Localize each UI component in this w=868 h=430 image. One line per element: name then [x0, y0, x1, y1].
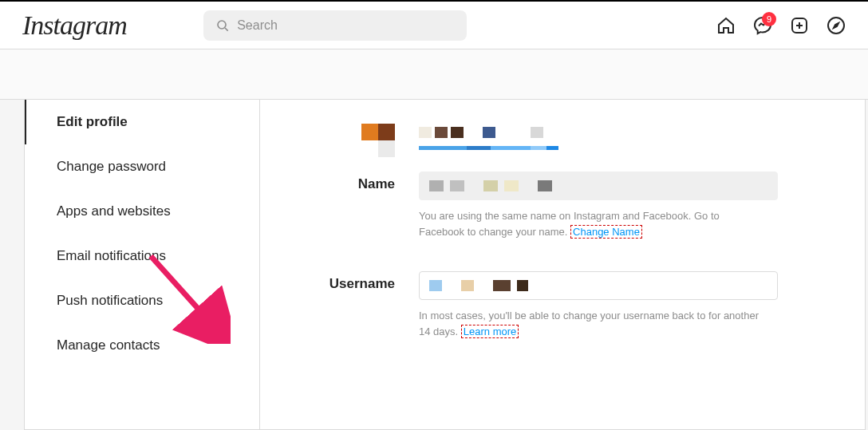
profile-name-display — [419, 124, 778, 157]
new-post-icon[interactable] — [790, 16, 809, 35]
redacted-username — [419, 127, 778, 138]
top-navigation-bar: Instagram 9 — [0, 0, 868, 49]
sidebar-item-push-notifications[interactable]: Push notifications — [25, 278, 259, 323]
name-row: Name You are using the same name on Inst… — [304, 172, 821, 239]
name-help-text: You are using the same name on Instagram… — [419, 208, 762, 239]
svg-point-0 — [218, 21, 226, 29]
username-label: Username — [304, 271, 419, 339]
sidebar-item-apps-and-websites[interactable]: Apps and websites — [25, 189, 259, 234]
settings-sidebar: Edit profile Change password Apps and we… — [25, 100, 260, 429]
notification-badge: 9 — [762, 12, 776, 26]
search-box[interactable] — [203, 10, 467, 41]
search-container — [203, 10, 467, 41]
settings-panel: Edit profile Change password Apps and we… — [24, 100, 866, 430]
sidebar-item-change-password[interactable]: Change password — [25, 144, 259, 189]
username-input[interactable] — [419, 271, 778, 300]
instagram-logo[interactable]: Instagram — [22, 10, 127, 41]
messenger-icon[interactable]: 9 — [753, 16, 772, 35]
sidebar-item-manage-contacts[interactable]: Manage contacts — [25, 323, 259, 368]
profile-header-row — [304, 124, 821, 157]
avatar[interactable] — [361, 124, 395, 157]
sidebar-item-email-notifications[interactable]: Email notifications — [25, 234, 259, 278]
change-name-link[interactable]: Change Name — [570, 225, 642, 239]
sidebar-item-edit-profile[interactable]: Edit profile — [25, 100, 259, 144]
home-icon[interactable] — [716, 16, 736, 35]
svg-marker-6 — [834, 23, 838, 28]
page-body: Edit profile Change password Apps and we… — [0, 99, 868, 430]
explore-icon[interactable] — [827, 16, 846, 35]
search-icon — [216, 19, 229, 32]
name-input[interactable] — [419, 172, 778, 200]
settings-content: Name You are using the same name on Inst… — [260, 100, 865, 429]
username-help-text: In most cases, you'll be able to change … — [419, 308, 762, 339]
learn-more-link[interactable]: Learn more — [461, 325, 519, 338]
svg-line-1 — [225, 28, 228, 31]
redacted-link[interactable] — [419, 146, 778, 150]
search-input[interactable] — [237, 18, 454, 33]
nav-icons: 9 — [716, 16, 846, 35]
username-row: Username In most cases, you'll be able t… — [304, 271, 821, 339]
name-label: Name — [304, 172, 419, 239]
